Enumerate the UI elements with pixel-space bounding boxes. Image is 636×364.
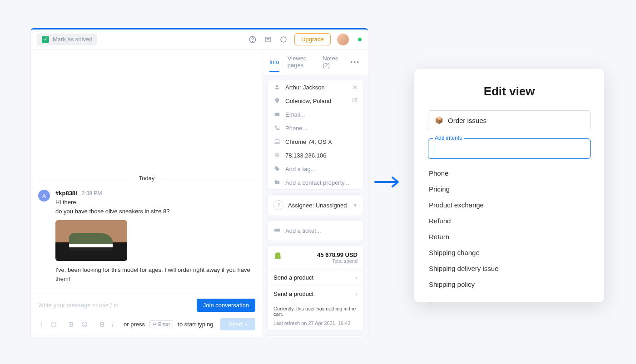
arrow-icon (374, 176, 402, 189)
assignee-panel[interactable]: ? Assignee: Unassigned ▼ (268, 194, 363, 216)
location-icon (273, 97, 281, 104)
intent-option[interactable]: Pricing (428, 181, 591, 197)
total-spend-label: Total spend (317, 258, 358, 264)
edit-view-title: Edit view (428, 84, 591, 98)
mark-as-solved-button[interactable]: ✓ Mark as solved (37, 34, 97, 45)
message-avatar: A (38, 190, 50, 202)
tabs-more-icon[interactable]: ••• (348, 59, 362, 66)
contact-email-placeholder: Email... (285, 111, 305, 118)
contact-ip: 78.133.236.106 (285, 152, 326, 159)
shopify-icon (273, 251, 282, 260)
svg-rect-7 (275, 113, 280, 116)
laptop-icon (273, 138, 281, 145)
total-spend-amount: 45 678.99 USD (317, 251, 358, 258)
package-icon: 📦 (435, 116, 443, 124)
contact-name: Arthur Jackson (285, 84, 325, 91)
svg-point-3 (281, 37, 286, 42)
italic-icon[interactable]: I (112, 321, 119, 328)
assignee-label: Assignee: Unassigned (288, 202, 347, 209)
contact-name-row: Arthur Jackson ✕ (268, 80, 363, 94)
message-line: Hi there, (55, 198, 255, 207)
message-time: 2:38 PM (82, 190, 102, 197)
date-separator: Today (38, 175, 255, 182)
news-icon[interactable] (263, 35, 273, 44)
chevron-down-icon: ▼ (353, 203, 358, 208)
close-icon[interactable]: ✕ (353, 84, 358, 91)
intent-option[interactable]: Refund (428, 213, 591, 229)
refresh-icon[interactable] (279, 35, 288, 44)
contact-email-row[interactable]: Email... (268, 108, 363, 121)
ticket-icon (273, 226, 281, 235)
upgrade-button[interactable]: Upgrade (294, 33, 331, 45)
smiley-icon[interactable] (81, 321, 88, 328)
svg-point-4 (51, 322, 56, 327)
svg-point-6 (276, 85, 278, 87)
message-id: #kp838I (55, 190, 77, 197)
join-conversation-button[interactable]: Join conversation (197, 299, 255, 312)
folder-icon (273, 179, 281, 186)
intent-option[interactable]: Shipping policy (428, 276, 591, 292)
bold2-icon[interactable]: B (100, 321, 107, 328)
message-line: do you have those olive sneakers in size… (55, 207, 255, 216)
to-start-label: to start typing (178, 321, 213, 328)
send-product-row[interactable]: Send a product › (268, 269, 363, 285)
or-press-label: or press (124, 321, 145, 328)
message-image[interactable] (55, 220, 127, 261)
email-icon (273, 111, 281, 118)
view-name-field[interactable]: 📦 Order issues (428, 110, 591, 130)
edit-view-panel: Edit view 📦 Order issues Add intents Pho… (414, 69, 604, 302)
svg-rect-11 (274, 229, 280, 232)
shopify-panel: 45 678.99 USD Total spend Send a product… (268, 246, 363, 331)
chevron-right-icon: › (356, 290, 358, 297)
contact-ip-row: 78.133.236.106 (268, 148, 363, 162)
emoji-icon[interactable] (50, 321, 57, 328)
tab-info[interactable]: Info (269, 53, 279, 72)
svg-point-5 (82, 322, 87, 327)
contact-device-row: Chrome 74, OS X (268, 135, 363, 148)
tab-viewed-pages[interactable]: Viewed pages (288, 49, 315, 75)
intent-option[interactable]: Product exchange (428, 197, 591, 213)
add-property-row[interactable]: Add a contact property... (268, 176, 363, 189)
tab-notes[interactable]: Notes (2) (323, 49, 340, 75)
message: A #kp838I 2:38 PM Hi there, do you have … (38, 190, 255, 283)
tag-icon (273, 165, 281, 172)
send-button[interactable]: Send▾ (220, 318, 255, 330)
intent-option[interactable]: Phone (428, 165, 591, 181)
presence-indicator (358, 38, 362, 41)
attachment-icon[interactable] (38, 321, 45, 328)
add-tag-row[interactable]: Add a tag... (268, 162, 363, 176)
last-refresh: Last refresh on 27 Apr 2021, 16:42 (268, 320, 363, 330)
intent-option[interactable]: Return (428, 229, 591, 245)
external-link-icon[interactable] (352, 97, 358, 104)
contact-phone-placeholder: Phone... (285, 125, 307, 132)
add-property-label: Add a contact property... (285, 179, 349, 186)
composer: Write your message or use / to Join conv… (31, 294, 263, 337)
contact-phone-row[interactable]: Phone... (268, 121, 363, 135)
composer-placeholder[interactable]: Write your message or use / to (38, 302, 192, 309)
intent-option[interactable]: Shipping change (428, 245, 591, 261)
contact-panel: Arthur Jackson ✕ Goleniów, Poland Email.… (268, 80, 363, 190)
add-intents-input[interactable]: Add intents (428, 138, 591, 159)
details-sidebar: Info Viewed pages Notes (2) ••• Arthur J… (263, 49, 368, 337)
ticket-panel[interactable]: Add a ticket... (268, 221, 363, 241)
svg-rect-8 (275, 140, 279, 143)
svg-point-10 (277, 155, 278, 156)
mark-solved-label: Mark as solved (53, 36, 92, 43)
chat-app: ✓ Mark as solved Upgrade Today A (31, 28, 368, 337)
bold-icon[interactable]: B (69, 321, 76, 328)
user-avatar[interactable] (337, 34, 349, 45)
help-icon[interactable] (248, 35, 257, 44)
add-intents-label: Add intents (433, 135, 464, 141)
contact-device: Chrome 74, OS X (285, 138, 332, 145)
text-cursor (435, 146, 435, 153)
chevron-right-icon: › (356, 274, 358, 281)
topbar: ✓ Mark as solved Upgrade (31, 30, 368, 49)
intent-option[interactable]: Shipping delivery issue (428, 261, 591, 276)
check-icon: ✓ (42, 36, 49, 43)
target-icon (273, 152, 281, 159)
sidebar-tabs: Info Viewed pages Notes (2) ••• (263, 49, 368, 75)
contact-location: Goleniów, Poland (285, 98, 331, 104)
last-viewed-panel: Last viewed page March 16, 2021 20:21 BE… (268, 335, 363, 337)
send-product-row[interactable]: Send a product › (268, 285, 363, 302)
intents-dropdown: Phone Pricing Product exchange Refund Re… (428, 165, 591, 292)
